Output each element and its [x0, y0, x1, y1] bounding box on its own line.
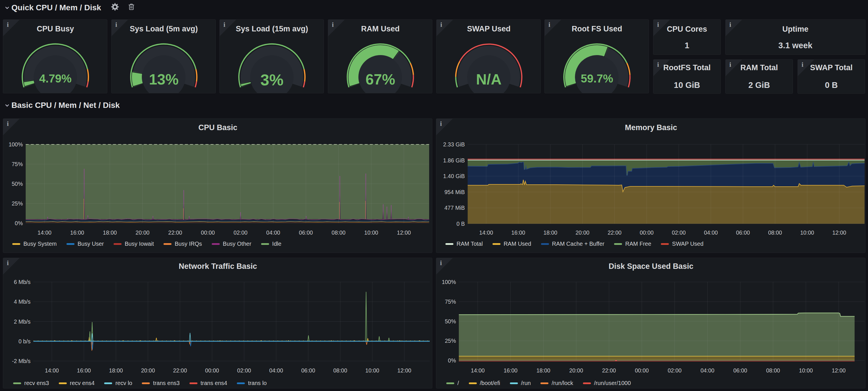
svg-text:22:00: 22:00 — [168, 230, 182, 236]
svg-text:477 MiB: 477 MiB — [444, 205, 465, 211]
svg-text:4 Mb/s: 4 Mb/s — [14, 299, 31, 305]
svg-text:18:00: 18:00 — [543, 230, 557, 236]
svg-text:06:00: 06:00 — [299, 230, 313, 236]
svg-text:16:00: 16:00 — [504, 367, 518, 373]
svg-text:0 b/s: 0 b/s — [19, 338, 31, 344]
svg-text:25%: 25% — [12, 200, 23, 207]
svg-text:00:00: 00:00 — [205, 367, 219, 373]
svg-text:Disk Space Used Basic: Disk Space Used Basic — [609, 262, 693, 271]
svg-text:59.7%: 59.7% — [581, 72, 613, 85]
svg-text:RAM Used: RAM Used — [361, 25, 400, 33]
svg-text:0 B: 0 B — [457, 221, 465, 227]
svg-text:20:00: 20:00 — [135, 230, 150, 236]
svg-text:1.86 GiB: 1.86 GiB — [443, 157, 465, 163]
svg-text:SWAP Used: SWAP Used — [467, 25, 511, 33]
svg-text:954 MiB: 954 MiB — [444, 189, 465, 195]
svg-text:12:00: 12:00 — [832, 230, 846, 236]
svg-text:4.79%: 4.79% — [39, 72, 71, 85]
svg-text:18:00: 18:00 — [103, 230, 117, 236]
svg-text:04:00: 04:00 — [266, 230, 280, 236]
svg-text:02:00: 02:00 — [234, 230, 248, 236]
svg-text:-2 Mb/s: -2 Mb/s — [12, 358, 31, 364]
svg-text:22:00: 22:00 — [173, 367, 187, 373]
svg-text:20:00: 20:00 — [569, 367, 583, 373]
svg-text:08:00: 08:00 — [332, 230, 345, 236]
svg-text:25%: 25% — [445, 338, 456, 344]
svg-text:02:00: 02:00 — [668, 367, 682, 373]
svg-text:Root FS Used: Root FS Used — [571, 25, 622, 33]
svg-text:0%: 0% — [15, 220, 23, 226]
svg-text:Sys Load (5m avg): Sys Load (5m avg) — [130, 25, 198, 33]
svg-text:14:00: 14:00 — [479, 230, 493, 236]
svg-text:Memory Basic: Memory Basic — [625, 123, 677, 132]
svg-text:00:00: 00:00 — [640, 230, 654, 236]
svg-text:6 Mb/s: 6 Mb/s — [14, 279, 31, 285]
svg-text:20:00: 20:00 — [576, 230, 590, 236]
svg-text:06:00: 06:00 — [301, 367, 315, 373]
svg-text:04:00: 04:00 — [704, 230, 718, 236]
svg-text:18:00: 18:00 — [536, 367, 550, 373]
svg-text:2 Mb/s: 2 Mb/s — [14, 319, 31, 325]
svg-text:00:00: 00:00 — [201, 230, 215, 236]
svg-text:12:00: 12:00 — [398, 367, 411, 373]
svg-text:0%: 0% — [448, 357, 456, 364]
svg-text:2.33 GiB: 2.33 GiB — [443, 141, 465, 148]
svg-text:14:00: 14:00 — [45, 367, 59, 373]
svg-text:00:00: 00:00 — [635, 367, 649, 373]
svg-text:16:00: 16:00 — [70, 230, 84, 236]
svg-text:16:00: 16:00 — [77, 367, 91, 373]
svg-text:08:00: 08:00 — [766, 367, 780, 373]
svg-text:02:00: 02:00 — [237, 367, 251, 373]
svg-text:14:00: 14:00 — [38, 230, 52, 236]
svg-text:10:00: 10:00 — [365, 367, 379, 373]
svg-text:18:00: 18:00 — [109, 367, 123, 373]
svg-text:10:00: 10:00 — [800, 230, 814, 236]
svg-text:08:00: 08:00 — [768, 230, 782, 236]
svg-text:75%: 75% — [445, 299, 456, 305]
svg-text:N/A: N/A — [476, 71, 502, 88]
svg-text:CPU Basic: CPU Basic — [198, 123, 238, 132]
svg-text:75%: 75% — [12, 161, 23, 167]
svg-text:100%: 100% — [8, 141, 23, 148]
svg-text:67%: 67% — [366, 71, 395, 88]
svg-text:04:00: 04:00 — [269, 367, 283, 373]
svg-text:CPU Busy: CPU Busy — [37, 25, 74, 33]
svg-text:10:00: 10:00 — [364, 230, 378, 236]
svg-text:3%: 3% — [260, 71, 284, 89]
svg-text:Sys Load (15m avg): Sys Load (15m avg) — [236, 25, 308, 33]
svg-text:12:00: 12:00 — [832, 367, 846, 373]
svg-text:50%: 50% — [445, 318, 456, 325]
svg-text:22:00: 22:00 — [602, 367, 616, 373]
svg-text:50%: 50% — [12, 181, 23, 187]
svg-text:16:00: 16:00 — [511, 230, 525, 236]
svg-text:Network Traffic Basic: Network Traffic Basic — [179, 262, 257, 271]
svg-text:12:00: 12:00 — [397, 230, 411, 236]
svg-text:02:00: 02:00 — [672, 230, 686, 236]
svg-text:10:00: 10:00 — [799, 367, 813, 373]
svg-text:04:00: 04:00 — [701, 367, 714, 373]
svg-text:100%: 100% — [442, 279, 456, 285]
svg-text:06:00: 06:00 — [733, 367, 747, 373]
svg-text:13%: 13% — [149, 71, 179, 88]
svg-text:1.40 GiB: 1.40 GiB — [443, 173, 465, 179]
svg-text:08:00: 08:00 — [333, 367, 347, 373]
svg-text:20:00: 20:00 — [141, 367, 155, 373]
svg-text:06:00: 06:00 — [736, 230, 750, 236]
svg-text:22:00: 22:00 — [608, 230, 621, 236]
svg-text:14:00: 14:00 — [471, 367, 485, 373]
